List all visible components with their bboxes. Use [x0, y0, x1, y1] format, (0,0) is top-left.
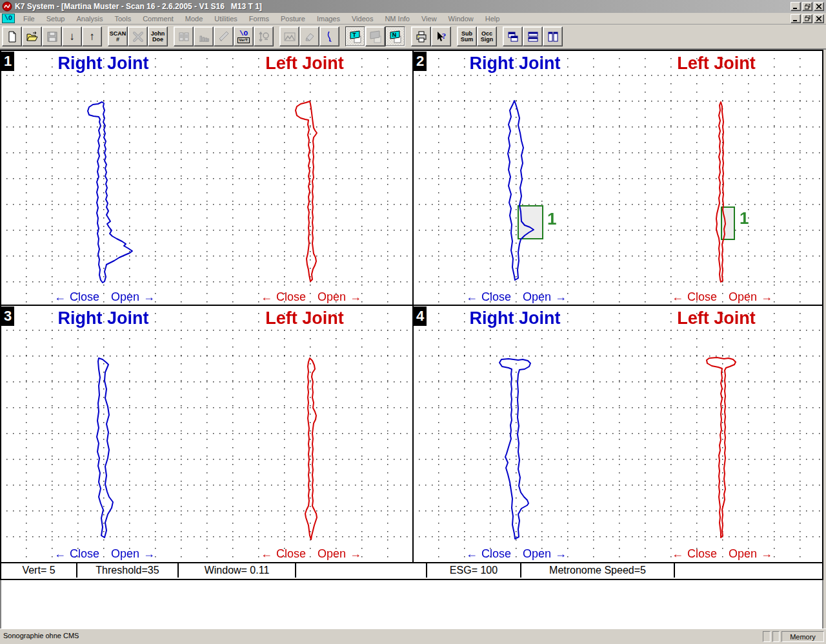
- n-scan-flag-icon: N: [388, 30, 403, 44]
- open-button[interactable]: [22, 26, 42, 46]
- restore-button[interactable]: [802, 2, 812, 11]
- right-close-open-label: ←CloseOpen→: [54, 547, 155, 561]
- vert-label: VerT:: [237, 37, 249, 43]
- quadrant-number-badge: 3: [1, 307, 14, 326]
- scan-number-button[interactable]: SCAN#: [108, 26, 128, 46]
- vert-readout: Vert= 5: [1, 563, 77, 578]
- patient-button[interactable]: JohnDoe: [148, 26, 168, 46]
- mountain-image-icon: [283, 30, 296, 43]
- menu-view[interactable]: View: [416, 14, 443, 24]
- save-button[interactable]: [42, 26, 62, 46]
- blank-area: [0, 580, 823, 629]
- patient-last-name: Doe: [152, 37, 163, 43]
- child-close-button[interactable]: [814, 14, 824, 23]
- open-arrow-icon: →: [761, 290, 772, 304]
- tile-vertical-icon: [547, 30, 559, 43]
- vertical-scan-button[interactable]: \OVerT:: [234, 26, 254, 46]
- metronome-readout: Metronome Speed=5: [521, 563, 675, 578]
- right-close-open-label: ←CloseOpen→: [54, 290, 155, 304]
- context-help-button[interactable]: ?: [431, 26, 451, 46]
- t-scan-toggle-button[interactable]: T: [345, 26, 365, 46]
- print-button[interactable]: [411, 26, 431, 46]
- menu-help[interactable]: Help: [479, 14, 506, 24]
- minimize-icon: [793, 4, 798, 9]
- close-arrow-icon: ←: [672, 547, 683, 561]
- save-floppy-icon: [46, 30, 59, 43]
- menu-bar: \O File Setup Analysis Tools Comment Mod…: [0, 13, 826, 25]
- sub-summary-button[interactable]: SubSum: [457, 26, 477, 46]
- open-arrow-icon: →: [143, 290, 155, 304]
- menu-utilities[interactable]: Utilities: [208, 14, 243, 24]
- menu-analysis[interactable]: Analysis: [70, 14, 108, 24]
- scan-number-label: #: [116, 37, 119, 43]
- menu-file[interactable]: File: [17, 14, 41, 24]
- menu-nm-info[interactable]: NM Info: [379, 14, 416, 24]
- middle-scan-button[interactable]: [365, 26, 385, 46]
- vertical-scan-icon: \O: [239, 30, 248, 37]
- open-arrow-icon: →: [555, 290, 567, 304]
- quadrant-1: 1 Right Joint Left Joint ←CloseOpen→ ←Cl…: [1, 51, 412, 305]
- menu-window[interactable]: Window: [443, 14, 479, 24]
- occlusal-sign-button[interactable]: OccSign: [477, 26, 497, 46]
- image-view-button[interactable]: [279, 26, 299, 46]
- menu-mode[interactable]: Mode: [179, 14, 209, 24]
- status-panel-1: [763, 631, 771, 642]
- quadrant-4-plot[interactable]: [414, 306, 822, 562]
- left-close-open-label: ←CloseOpen→: [261, 547, 361, 561]
- menu-setup[interactable]: Setup: [41, 14, 71, 24]
- scroll-down-button[interactable]: ↓: [62, 26, 82, 46]
- quadrant-1-plot[interactable]: [1, 51, 412, 305]
- quadrant-4: 4 Right Joint Left Joint ←CloseOpen→ ←Cl…: [414, 306, 822, 562]
- svg-text:N: N: [392, 32, 396, 38]
- t-scan-flag-icon: T: [348, 30, 363, 44]
- document-system-icon[interactable]: \O: [2, 14, 15, 23]
- quadrant-number-badge: 1: [1, 52, 14, 71]
- mouse-tool-button[interactable]: [299, 26, 319, 46]
- open-arrow-icon: →: [350, 547, 361, 561]
- menu-posture[interactable]: Posture: [275, 14, 311, 24]
- open-arrow-icon: →: [143, 547, 155, 561]
- right-joint-title: Right Joint: [470, 308, 561, 328]
- close-arrow-icon: ←: [261, 547, 272, 561]
- up-arrow-icon: ↑: [89, 31, 95, 42]
- menu-videos[interactable]: Videos: [346, 14, 379, 24]
- restore-icon: [805, 15, 811, 21]
- quadrant-3-plot[interactable]: [1, 306, 412, 562]
- edit-button[interactable]: [214, 26, 234, 46]
- menu-images[interactable]: Images: [311, 14, 346, 24]
- minimize-button[interactable]: [791, 2, 801, 11]
- updown-scan-button[interactable]: [254, 26, 274, 46]
- scroll-up-button[interactable]: ↑: [82, 26, 102, 46]
- new-scan-button[interactable]: [2, 26, 22, 46]
- app-logo-icon: [2, 1, 12, 12]
- printer-icon: [415, 30, 428, 43]
- open-arrow-icon: →: [555, 547, 567, 561]
- curve-arrow-icon: [323, 30, 336, 43]
- tile-vertical-button[interactable]: [543, 26, 563, 46]
- tile-horizontal-button[interactable]: [523, 26, 543, 46]
- empty-readout: [296, 563, 427, 578]
- new-document-icon: [6, 30, 19, 43]
- delete-scan-button[interactable]: [128, 26, 148, 46]
- menu-forms[interactable]: Forms: [243, 14, 275, 24]
- menu-comment[interactable]: Comment: [137, 14, 179, 24]
- restore-icon: [805, 4, 811, 10]
- close-arrow-icon: ←: [261, 290, 272, 304]
- child-restore-button[interactable]: [802, 14, 812, 23]
- quadrant-2-plot[interactable]: [414, 51, 822, 305]
- n-scan-toggle-button[interactable]: N: [385, 26, 405, 46]
- close-icon: [816, 4, 821, 9]
- close-button[interactable]: [814, 2, 824, 11]
- bar-graph-button[interactable]: [194, 26, 214, 46]
- cascade-windows-button[interactable]: [503, 26, 523, 46]
- close-arrow-icon: ←: [466, 290, 478, 304]
- trace-tool-button[interactable]: [319, 26, 339, 46]
- left-close-open-label: ←CloseOpen→: [672, 290, 772, 304]
- bar-chart-icon: [197, 30, 210, 43]
- left-joint-title: Left Joint: [265, 54, 344, 74]
- down-arrow-icon: ↓: [69, 31, 75, 42]
- tile-horizontal-icon: [527, 30, 539, 43]
- reports-button[interactable]: [174, 26, 194, 46]
- menu-tools[interactable]: Tools: [108, 14, 137, 24]
- child-minimize-button[interactable]: [791, 14, 801, 23]
